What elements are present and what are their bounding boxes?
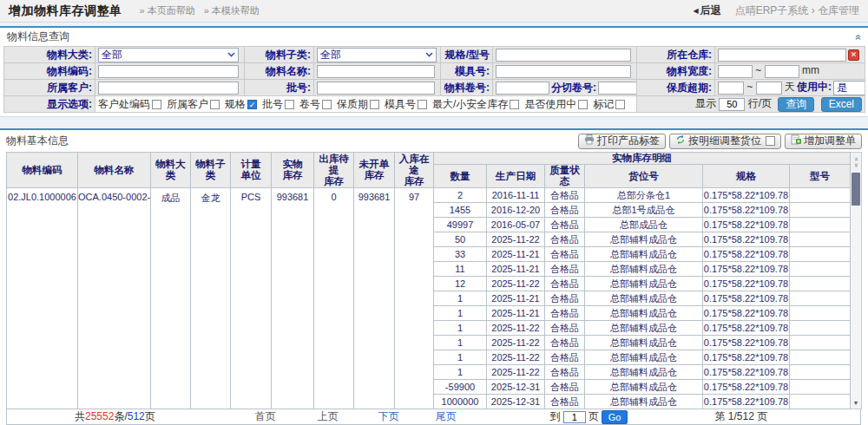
prev-page-link[interactable]: 上页 — [318, 409, 339, 424]
material-subcategory: 金龙 — [191, 188, 231, 409]
detail-quality-status: 合格品 — [545, 203, 585, 218]
detail-quality-status: 合格品 — [545, 365, 585, 380]
detail-production-date: 2025-11-22 — [487, 321, 545, 336]
width-unit: mm — [802, 64, 819, 76]
page-size-input[interactable] — [719, 98, 745, 111]
checkbox[interactable] — [510, 100, 519, 109]
detail-production-date: 2025-11-22 — [487, 350, 545, 365]
last-page-link[interactable]: 尾页 — [436, 409, 457, 424]
roll-input[interactable] — [496, 82, 549, 95]
width-min-input[interactable] — [718, 65, 753, 78]
first-page-link[interactable]: 首页 — [255, 409, 276, 424]
scrollbar-thumb[interactable] — [852, 173, 860, 206]
warehouse-input[interactable] — [718, 49, 846, 62]
add-adjustment-order-button[interactable]: 增加调整单 — [785, 134, 862, 149]
checkbox[interactable] — [152, 100, 161, 109]
detail-spec: 0.175*58.22*109.78 — [703, 336, 790, 350]
width-max-input[interactable] — [765, 65, 799, 78]
goto-page-group: 到 页 Go — [550, 409, 628, 424]
excel-button[interactable]: Excel — [821, 97, 862, 112]
tilde: ~ — [755, 64, 761, 76]
shelf-min-input[interactable] — [718, 82, 744, 95]
adjust-location-checkbox[interactable] — [766, 136, 775, 146]
subcategory-select[interactable]: 全部 — [317, 48, 437, 62]
checkbox[interactable] — [615, 100, 625, 109]
detail-spec: 0.175*58.22*109.78 — [703, 395, 790, 409]
column-header: 质量状态 — [545, 165, 585, 188]
go-button[interactable]: Go — [602, 410, 628, 424]
printer-icon — [584, 134, 595, 147]
detail-quantity: 49997 — [434, 218, 487, 232]
detail-location: 总部辅料成品仓 — [585, 306, 703, 321]
clear-warehouse-icon[interactable]: ✕ — [848, 49, 859, 61]
detail-quality-status: 合格品 — [545, 262, 585, 277]
detail-quantity: -59900 — [434, 380, 487, 395]
material-inbound-transit: 97 — [395, 188, 434, 409]
code-input[interactable] — [98, 65, 239, 78]
detail-location: 总部辅料成品仓 — [585, 247, 703, 262]
detail-quality-status: 合格品 — [545, 188, 585, 203]
query-button[interactable]: 查询 — [778, 97, 814, 112]
vertical-scrollbar[interactable]: »» ▼ — [851, 152, 862, 409]
scroll-up-icon[interactable]: » — [853, 157, 859, 160]
scroll-down-arrow-icon[interactable]: ▼ — [851, 396, 861, 409]
detail-quality-status: 合格品 — [545, 336, 585, 350]
checkbox[interactable] — [578, 100, 588, 109]
display-option: 是否使用中 — [524, 97, 588, 112]
chevron-down-icon — [425, 52, 433, 57]
detail-model — [790, 262, 851, 277]
display-option: 卷号 — [299, 97, 332, 112]
page-help-link[interactable]: » 本页面帮助 — [140, 4, 195, 17]
spec-label: 规格/型号 — [441, 47, 493, 63]
checkbox[interactable] — [210, 100, 220, 109]
breadcrumb: 点晴ERP子系统 › 仓库管理 — [735, 3, 859, 18]
back-button[interactable]: ◀后退 — [694, 3, 721, 18]
column-header: 计量 单位 — [231, 153, 272, 188]
category-select[interactable]: 全部 — [98, 48, 239, 62]
module-help-link[interactable]: » 本模块帮助 — [204, 4, 260, 17]
width-label: 物料宽度: — [637, 63, 715, 80]
goto-page-input[interactable] — [563, 411, 586, 423]
collapse-panel-icon[interactable]: » — [852, 34, 865, 40]
inuse-select[interactable]: 是 — [833, 81, 865, 95]
slit-roll-input[interactable] — [598, 82, 637, 95]
detail-model — [790, 306, 851, 321]
scroll-down-icon[interactable]: » — [853, 163, 859, 167]
name-input[interactable] — [317, 65, 435, 78]
goto-unit: 页 — [589, 409, 599, 424]
customer-input[interactable] — [98, 82, 239, 95]
batch-input[interactable] — [317, 82, 435, 95]
spec-input[interactable] — [496, 49, 631, 62]
detail-production-date: 2025-11-22 — [487, 365, 545, 380]
detail-production-date: 2025-11-21 — [487, 291, 545, 306]
material-category: 成品 — [151, 188, 191, 409]
search-form: 物料大类: 全部 物料子类: 全部 规格/型号 所在仓库: ✕ 物料编码: 物料… — [3, 46, 865, 113]
checkbox-label: 批号 — [262, 97, 283, 112]
shelf-unit: 天 — [785, 81, 795, 93]
shelf-max-input[interactable] — [756, 82, 782, 95]
scrollbar-arrows[interactable]: »» — [851, 153, 861, 172]
detail-production-date: 2016-12-20 — [487, 203, 545, 218]
results-titlebar: 物料基本信息 打印产品标签 按明细调整货位 增加调整单 — [0, 130, 868, 152]
checkbox-label: 客户处编码 — [98, 97, 150, 112]
detail-quantity: 11 — [434, 262, 487, 277]
checkbox[interactable]: ✓ — [247, 100, 257, 109]
adjust-location-by-detail-button[interactable]: 按明细调整货位 — [669, 134, 781, 149]
scrollbar-track[interactable] — [851, 206, 861, 396]
column-header: 物料大类 — [151, 153, 191, 188]
checkbox-label: 是否使用中 — [524, 97, 576, 112]
warehouse-label: 所在仓库: — [637, 47, 715, 63]
next-page-link[interactable]: 下页 — [378, 409, 399, 424]
checkbox[interactable] — [418, 100, 427, 109]
detail-location: 总部辅料成品仓 — [585, 380, 703, 395]
detail-production-date: 2025-11-21 — [487, 262, 545, 277]
checkbox[interactable] — [370, 100, 379, 109]
goto-label: 到 — [550, 409, 561, 424]
mold-input[interactable] — [496, 65, 631, 78]
detail-model — [790, 350, 851, 365]
tilde: ~ — [746, 81, 753, 93]
detail-model — [790, 218, 851, 232]
print-product-label-button[interactable]: 打印产品标签 — [578, 134, 666, 149]
checkbox[interactable] — [322, 100, 332, 109]
checkbox[interactable] — [285, 100, 294, 109]
